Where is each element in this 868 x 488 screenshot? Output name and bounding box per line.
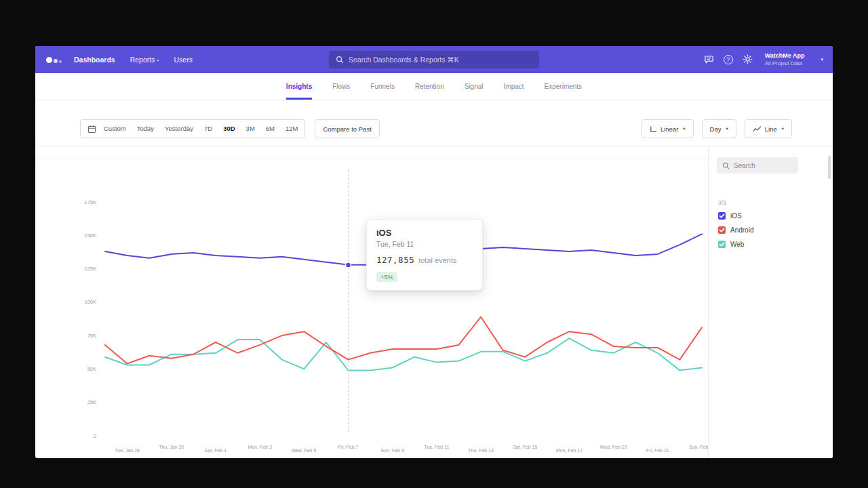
svg-text:50K: 50K xyxy=(87,366,96,372)
svg-text:Sat, Feb 1: Sat, Feb 1 xyxy=(205,448,226,453)
interval-select-value: Day xyxy=(710,125,722,133)
svg-text:Tue, Jan 28: Tue, Jan 28 xyxy=(115,448,140,453)
svg-text:Mon, Feb 3: Mon, Feb 3 xyxy=(248,445,272,449)
svg-text:Mon, Feb 17: Mon, Feb 17 xyxy=(556,448,583,453)
global-search-input[interactable]: Search Dashboards & Reports ⌘K xyxy=(329,51,539,68)
tab-retention[interactable]: Retention xyxy=(415,73,444,100)
chevron-down-icon: ▾ xyxy=(782,126,784,131)
scale-select[interactable]: Linear ▾ xyxy=(642,119,694,138)
nav-users[interactable]: Users xyxy=(174,56,192,64)
analytics-app-window: Dashboards Reports ▾ Users Search Dashbo… xyxy=(35,46,833,458)
gear-icon[interactable] xyxy=(743,54,753,64)
series-toggle-android[interactable]: Android xyxy=(718,223,827,237)
series-toggle-ios[interactable]: iOS xyxy=(718,209,827,223)
svg-text:Thu, Feb 13: Thu, Feb 13 xyxy=(468,448,494,453)
svg-text:Sat, Feb 15: Sat, Feb 15 xyxy=(513,445,537,449)
checkbox-checked-icon xyxy=(718,241,726,248)
series-search-placeholder: Search xyxy=(734,162,755,169)
range-today[interactable]: Today xyxy=(132,120,159,138)
brand-logo-icon[interactable] xyxy=(46,57,62,63)
tab-signal[interactable]: Signal xyxy=(465,73,484,100)
tooltip-series-name: iOS xyxy=(376,228,473,238)
project-switcher[interactable]: WatchMe App All Project Data xyxy=(765,52,805,67)
svg-text:Sun, Feb 23: Sun, Feb 23 xyxy=(689,445,708,449)
nav-reports[interactable]: Reports ▾ xyxy=(130,56,159,64)
svg-text:150K: 150K xyxy=(84,232,96,239)
range-3m[interactable]: 3M xyxy=(241,120,260,138)
hover-point[interactable] xyxy=(346,262,351,268)
main-nav: Dashboards Reports ▾ Users xyxy=(74,56,193,64)
svg-text:75K: 75K xyxy=(87,333,96,339)
axis-icon xyxy=(650,125,657,133)
search-icon xyxy=(336,56,344,64)
date-range-group: CustomTodayYesterday7D30D3M6M12M xyxy=(80,119,305,138)
chevron-down-icon: ▾ xyxy=(157,58,159,62)
tooltip-value-row: 127,855 total events xyxy=(376,255,473,265)
feedback-icon[interactable] xyxy=(704,54,714,64)
y-axis-labels: 175K150K125K100K75K50K25K0 xyxy=(84,199,96,439)
series-search-input[interactable]: Search xyxy=(717,157,798,174)
series-label: iOS xyxy=(730,212,742,220)
help-icon[interactable]: ? xyxy=(724,55,733,64)
chart-type-select[interactable]: Line ▾ xyxy=(745,119,792,138)
scale-select-value: Linear xyxy=(660,125,678,133)
tab-insights[interactable]: Insights xyxy=(286,73,312,100)
report-toolbar: CustomTodayYesterday7D30D3M6M12M Compare… xyxy=(35,119,833,138)
chart-controls: Linear ▾ Day ▾ Line ▾ xyxy=(642,119,792,138)
tooltip-value-suffix: total events xyxy=(418,256,456,264)
line-chart-icon xyxy=(753,125,762,133)
nav-reports-label: Reports xyxy=(130,56,155,64)
interval-select[interactable]: Day ▾ xyxy=(702,119,736,138)
global-search-placeholder: Search Dashboards & Reports ⌘K xyxy=(349,56,459,64)
svg-text:100K: 100K xyxy=(84,299,96,305)
svg-text:Thu, Jan 30: Thu, Jan 30 xyxy=(159,445,184,449)
range-30d[interactable]: 30D xyxy=(218,120,240,138)
range-6m[interactable]: 6M xyxy=(260,120,280,138)
svg-text:Wed, Feb 19: Wed, Feb 19 xyxy=(600,445,627,449)
svg-text:Sun, Feb 9: Sun, Feb 9 xyxy=(381,448,404,453)
project-scope: All Project Data xyxy=(765,60,805,67)
series-label: Android xyxy=(730,226,753,234)
svg-text:0: 0 xyxy=(94,433,96,439)
series-legend: iOSAndroidWeb xyxy=(718,209,827,251)
chart-tooltip: iOS Tue, Feb 11 127,855 total events +5% xyxy=(366,219,483,291)
svg-text:Tue, Feb 11: Tue, Feb 11 xyxy=(424,445,449,449)
series-label: Web xyxy=(730,241,744,248)
chevron-down-icon: ▾ xyxy=(726,126,728,131)
svg-text:25K: 25K xyxy=(87,399,96,405)
tab-flows[interactable]: Flows xyxy=(332,73,350,100)
nav-dashboards[interactable]: Dashboards xyxy=(74,56,115,64)
checkbox-checked-icon xyxy=(718,226,726,234)
chevron-down-icon: ▾ xyxy=(683,126,685,131)
range-yesterday[interactable]: Yesterday xyxy=(159,120,199,138)
series-count: 3/3 xyxy=(718,199,726,206)
nav-utilities: ? WatchMe App All Project Data ▾ xyxy=(704,52,823,67)
tooltip-date: Tue, Feb 11 xyxy=(376,240,473,248)
range-7d[interactable]: 7D xyxy=(199,120,218,138)
project-chevron-icon[interactable]: ▾ xyxy=(821,57,823,62)
compare-to-past-button[interactable]: Compare to Past xyxy=(315,119,379,138)
tab-impact[interactable]: Impact xyxy=(504,73,524,100)
x-axis-labels: Tue, Jan 28Thu, Jan 30Sat, Feb 1Mon, Feb… xyxy=(115,445,708,453)
report-tabs: InsightsFlowsFunnelsRetentionSignalImpac… xyxy=(35,73,833,100)
range-12m[interactable]: 12M xyxy=(280,120,303,138)
svg-text:Wed, Feb 5: Wed, Feb 5 xyxy=(292,448,316,453)
svg-text:Fri, Feb 7: Fri, Feb 7 xyxy=(338,445,359,449)
events-line-chart[interactable]: 175K150K125K100K75K50K25K0Tue, Jan 28Thu… xyxy=(35,146,708,458)
scrollbar-thumb[interactable] xyxy=(828,156,831,179)
range-custom[interactable]: Custom xyxy=(98,120,132,138)
series-toggle-web[interactable]: Web xyxy=(718,237,827,251)
svg-text:125K: 125K xyxy=(84,266,96,272)
tab-funnels[interactable]: Funnels xyxy=(370,73,395,100)
chart-section: 175K150K125K100K75K50K25K0Tue, Jan 28Thu… xyxy=(35,146,833,458)
chart-type-select-value: Line xyxy=(765,125,777,133)
svg-text:Fri, Feb 21: Fri, Feb 21 xyxy=(646,448,669,453)
series-sidebar: Search 3/3 iOSAndroidWeb xyxy=(708,146,833,458)
checkbox-checked-icon xyxy=(718,212,726,220)
top-nav: Dashboards Reports ▾ Users Search Dashbo… xyxy=(35,46,833,73)
tooltip-value: 127,855 xyxy=(376,255,414,265)
calendar-icon[interactable] xyxy=(87,125,96,134)
svg-text:175K: 175K xyxy=(84,199,96,205)
project-name: WatchMe App xyxy=(765,52,805,60)
tab-experiments[interactable]: Experiments xyxy=(545,73,583,100)
